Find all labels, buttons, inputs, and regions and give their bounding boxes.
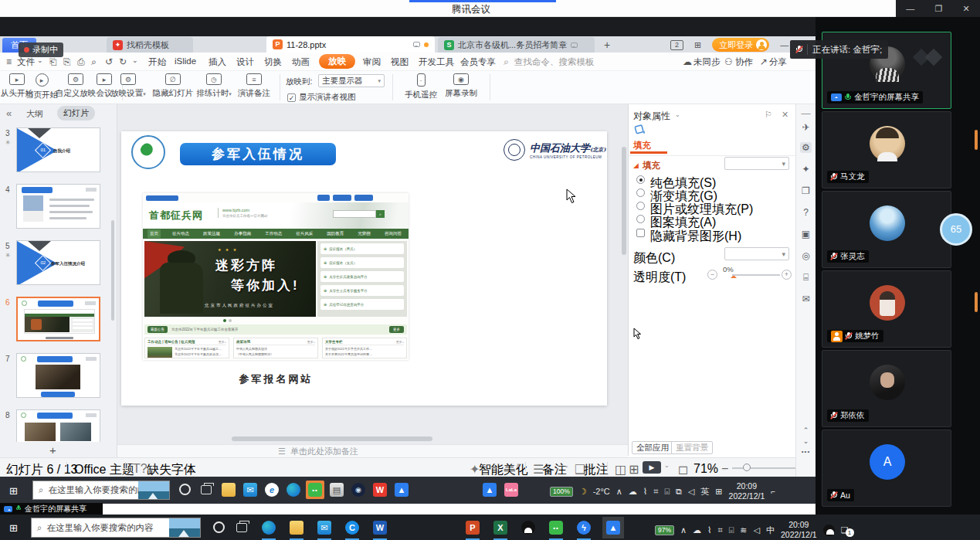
screenshare-banner[interactable]: 金哲宇的屏幕共享 bbox=[0, 503, 103, 515]
share-button[interactable]: 分享 bbox=[769, 56, 787, 68]
slide-thumb-5[interactable]: 02 参军入伍情况介绍 bbox=[16, 240, 100, 285]
add-slide-button[interactable]: + bbox=[49, 443, 56, 457]
hide-slide-button[interactable]: ∅ 隐藏幻灯片 bbox=[148, 73, 198, 99]
display-target-select[interactable]: 主要显示器 ▾ bbox=[318, 74, 385, 87]
tray-expand-icon[interactable]: ∧ bbox=[616, 487, 622, 497]
book-icon[interactable]: ⌸ bbox=[800, 272, 812, 283]
collapse-panel-icon[interactable]: « bbox=[6, 107, 12, 119]
menu-icon[interactable]: ≡ bbox=[6, 56, 12, 67]
minimize-icon[interactable]: — bbox=[906, 4, 914, 13]
panel-scrollbar[interactable] bbox=[111, 220, 114, 321]
transparency-slider[interactable] bbox=[732, 274, 780, 276]
login-button[interactable]: 立即登录 bbox=[712, 38, 769, 52]
slide-thumb-6-selected[interactable] bbox=[16, 297, 100, 341]
battery-icon[interactable]: 100% bbox=[550, 487, 573, 497]
comment-button[interactable]: 批注 bbox=[584, 462, 609, 478]
fit-window-icon[interactable]: ◻ bbox=[678, 462, 688, 477]
pin-panel-icon[interactable]: ⚐ bbox=[765, 110, 772, 120]
file-menu[interactable]: 文件 bbox=[17, 56, 35, 68]
play-chevron-icon[interactable]: ⌄ bbox=[664, 462, 670, 469]
taskbar-app-edge[interactable] bbox=[284, 481, 303, 499]
participant-tile[interactable]: 张灵志 bbox=[822, 191, 951, 268]
taskbar-app-steam[interactable]: ◉ bbox=[349, 481, 368, 499]
ribbon-tab-transition[interactable]: 切换 bbox=[264, 56, 282, 68]
fill-tab[interactable]: 填充 bbox=[633, 140, 651, 151]
taskbar-app-mail[interactable]: ✉ bbox=[315, 518, 334, 537]
task-view-icon[interactable] bbox=[201, 485, 212, 494]
screen-record-button[interactable]: ◉ 屏幕录制 bbox=[442, 73, 480, 99]
participant-tile[interactable]: 姚梦竹 bbox=[822, 270, 951, 348]
volume-tray-icon[interactable]: ◁ bbox=[688, 487, 694, 497]
color-select[interactable]: ▾ bbox=[724, 247, 789, 260]
notification-center-icon[interactable]: ❏1 bbox=[841, 525, 849, 535]
mic-tray-icon[interactable]: ⌇ bbox=[707, 525, 711, 535]
effects-icon[interactable]: ✦ bbox=[800, 164, 812, 175]
file-chevron-icon[interactable]: ⌄ bbox=[37, 56, 43, 64]
sync-status[interactable]: 未同步 bbox=[693, 56, 721, 68]
ribbon-tab-view[interactable]: 视图 bbox=[391, 56, 409, 68]
section-arrow-icon[interactable]: ◢ bbox=[633, 161, 639, 169]
taskbar-app-qq[interactable] bbox=[519, 518, 537, 537]
task-view-icon[interactable] bbox=[236, 523, 247, 532]
save-icon[interactable]: ⎗ bbox=[49, 56, 57, 67]
close-icon[interactable]: ✕ bbox=[963, 4, 970, 14]
layers-icon[interactable]: ❐ bbox=[800, 185, 812, 196]
taskbar-app-wechat-alert[interactable] bbox=[306, 481, 324, 499]
speaker-notes-button[interactable]: ≡ 演讲备注 bbox=[232, 73, 276, 99]
clock[interactable]: 20:092022/12/1 bbox=[781, 520, 817, 540]
slide-thumb-4[interactable] bbox=[16, 184, 100, 229]
ribbon-tab-slideshow-active[interactable]: 放映 bbox=[319, 54, 355, 69]
slide-thumb-3[interactable]: 01 自我介绍 bbox=[16, 127, 100, 172]
ribbon-tab-devtools[interactable]: 开发工具 bbox=[419, 56, 454, 68]
cloud-sync-icon[interactable]: ☁ bbox=[683, 56, 692, 67]
view-sorter-icon[interactable]: ⊞ bbox=[629, 462, 639, 477]
comment-bubble-icon[interactable] bbox=[413, 42, 420, 47]
collab-button[interactable]: 协作 bbox=[735, 56, 753, 68]
grid-layout-icon[interactable]: ⊞ bbox=[694, 40, 701, 50]
cortana-icon[interactable] bbox=[213, 521, 225, 533]
slide-6-editing[interactable]: 参军入伍情况 中国石油大学(北京) CHINA UNIVERSITY OF PE… bbox=[121, 131, 607, 406]
ime-lang[interactable]: 中 bbox=[766, 525, 775, 536]
snip-tray-icon[interactable]: ⌗ bbox=[653, 487, 658, 497]
start-button[interactable]: ⊞ bbox=[9, 522, 18, 534]
local-search-box[interactable]: ⌕ 在这里输入你要搜索的内容 bbox=[31, 518, 201, 538]
radio-gradient-fill[interactable] bbox=[636, 188, 645, 197]
wps-minimize-icon[interactable]: — bbox=[780, 40, 788, 49]
clock[interactable]: 20:092022/12/1 bbox=[729, 481, 765, 501]
participant-tile[interactable]: A Au bbox=[822, 430, 951, 507]
prev-slide-icon[interactable]: ⌃ bbox=[800, 426, 812, 434]
ribbon-tab-insert[interactable]: 插入 bbox=[209, 56, 226, 68]
next-slide-icon[interactable]: ⌄ bbox=[800, 437, 812, 445]
split-window-icon[interactable]: 2 bbox=[670, 40, 683, 50]
tab-docer-templates[interactable]: ✦ 找稻壳模板 bbox=[107, 37, 193, 53]
tab-outline[interactable]: 大纲 bbox=[26, 108, 43, 120]
camera-tray-icon[interactable]: ⌻ bbox=[729, 525, 734, 535]
collab-icon[interactable]: ⚇ bbox=[724, 56, 733, 67]
radio-pattern-fill[interactable] bbox=[636, 215, 645, 223]
view-normal-icon[interactable]: ◫ bbox=[615, 462, 626, 477]
new-tab-button[interactable]: + bbox=[604, 39, 610, 51]
fill-preset-select[interactable]: ▾ bbox=[724, 157, 789, 170]
phone-remote-button[interactable]: · 手机遥控 bbox=[402, 73, 440, 100]
show-desktop-icon[interactable]: ⌐ bbox=[771, 487, 775, 496]
undo-icon[interactable]: ↺ bbox=[105, 56, 113, 67]
taskbar-app-meeting[interactable]: ϟ bbox=[575, 518, 593, 537]
taskbar-app-word[interactable]: W bbox=[371, 518, 389, 537]
hide-bg-checkbox[interactable] bbox=[636, 229, 645, 237]
ime-lang[interactable]: 英 bbox=[700, 486, 709, 498]
output-icon[interactable]: ⎘ bbox=[63, 56, 71, 67]
taskbar-app-pc-manager[interactable]: C bbox=[343, 518, 361, 537]
shared-search-box[interactable]: ⌕ 在这里输入你要搜索的内容 bbox=[32, 481, 170, 500]
camera-tray-icon[interactable]: ⌻ bbox=[664, 487, 670, 497]
taskbar-app-powerpoint[interactable]: P bbox=[463, 518, 482, 537]
props-chevron-icon[interactable]: ⌄ bbox=[675, 111, 680, 118]
properties-icon[interactable]: ⚙ bbox=[800, 142, 812, 153]
zoom-slider-knob[interactable] bbox=[743, 464, 751, 471]
taskbar-app-lala[interactable]: LaLa bbox=[502, 481, 521, 499]
floating-ball-badge[interactable]: 65 bbox=[940, 213, 972, 246]
snip-tray-icon[interactable]: ⌗ bbox=[717, 525, 722, 535]
print-icon[interactable]: ⎙ bbox=[77, 56, 85, 67]
close-panel-icon[interactable]: ✕ bbox=[782, 110, 788, 120]
toolbar-chevron-icon[interactable]: ⌄ bbox=[132, 56, 138, 64]
help-icon[interactable]: ? bbox=[800, 207, 812, 218]
